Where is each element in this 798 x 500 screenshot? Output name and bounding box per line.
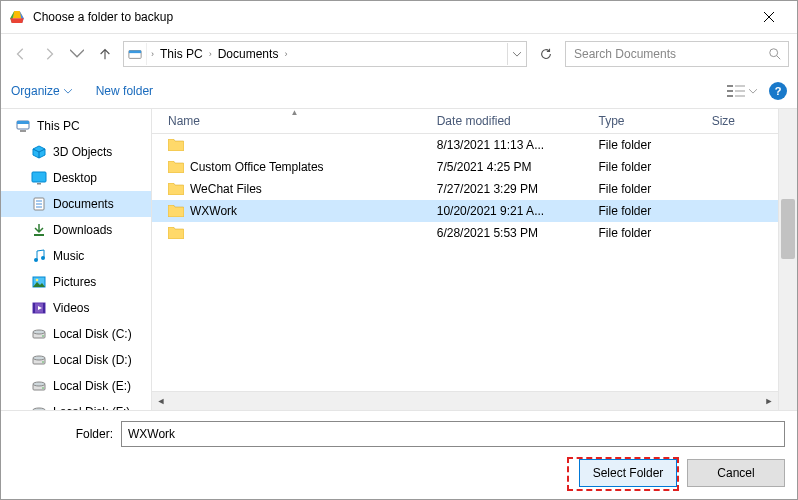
- cell-date: 7/5/2021 4:25 PM: [429, 160, 591, 174]
- tree-item[interactable]: Local Disk (C:): [1, 321, 151, 347]
- cell-date: 8/13/2021 11:13 A...: [429, 138, 591, 152]
- tree-item[interactable]: This PC: [1, 113, 151, 139]
- tree-item[interactable]: Videos: [1, 295, 151, 321]
- disk-icon: [31, 404, 47, 410]
- svg-marker-4: [10, 18, 23, 23]
- svg-line-8: [777, 56, 781, 60]
- folder-icon: [168, 139, 184, 151]
- tree-item-label: Local Disk (F:): [53, 405, 130, 410]
- disk-icon: [31, 326, 47, 342]
- tree-item-label: Local Disk (E:): [53, 379, 131, 393]
- close-button[interactable]: [749, 3, 789, 31]
- search-icon: [768, 47, 782, 61]
- search-input[interactable]: [572, 46, 768, 62]
- cell-type: File folder: [591, 226, 704, 240]
- column-name[interactable]: ▲ Name: [160, 114, 429, 128]
- tree-item[interactable]: Documents: [1, 191, 151, 217]
- search-box[interactable]: [565, 41, 789, 67]
- address-icon: [124, 43, 147, 65]
- tree-item[interactable]: Downloads: [1, 217, 151, 243]
- cell-date: 7/27/2021 3:29 PM: [429, 182, 591, 196]
- svg-point-43: [33, 408, 45, 410]
- new-folder-button[interactable]: New folder: [96, 84, 153, 98]
- file-name: WXWork: [190, 204, 237, 218]
- scroll-thumb[interactable]: [781, 199, 795, 259]
- nav-tree[interactable]: This PC3D ObjectsDesktopDocumentsDownloa…: [1, 109, 152, 410]
- svg-rect-18: [32, 172, 46, 182]
- tree-item-label: Local Disk (C:): [53, 327, 132, 341]
- tree-item-label: This PC: [37, 119, 80, 133]
- body: This PC3D ObjectsDesktopDocumentsDownloa…: [1, 109, 797, 410]
- folder-icon: [168, 183, 184, 195]
- cell-type: File folder: [591, 204, 704, 218]
- back-button[interactable]: [9, 42, 33, 66]
- tree-item-label: Documents: [53, 197, 114, 211]
- tree-item[interactable]: Local Disk (F:): [1, 399, 151, 410]
- folder-input[interactable]: [121, 421, 785, 447]
- tree-item[interactable]: Local Disk (E:): [1, 373, 151, 399]
- column-size[interactable]: Size: [704, 114, 778, 128]
- tree-item[interactable]: Desktop: [1, 165, 151, 191]
- cancel-button[interactable]: Cancel: [687, 459, 785, 487]
- dialog-title: Choose a folder to backup: [33, 10, 749, 24]
- file-row[interactable]: 6/28/2021 5:53 PMFile folder: [152, 222, 778, 244]
- up-button[interactable]: [93, 42, 117, 66]
- chevron-down-icon: [749, 89, 757, 94]
- tree-item[interactable]: 3D Objects: [1, 139, 151, 165]
- pc-icon: [15, 118, 31, 134]
- column-type[interactable]: Type: [591, 114, 704, 128]
- scroll-right-button[interactable]: ►: [760, 392, 778, 410]
- scroll-left-button[interactable]: ◄: [152, 392, 170, 410]
- folder-icon: [168, 205, 184, 217]
- dialog-window: Choose a folder to backup › This PC › Do…: [0, 0, 798, 500]
- svg-rect-13: [735, 90, 745, 92]
- address-dropdown[interactable]: [507, 43, 526, 65]
- tree-item[interactable]: Music: [1, 243, 151, 269]
- address-bar[interactable]: › This PC › Documents ›: [123, 41, 527, 67]
- breadcrumb-folder[interactable]: Documents: [214, 43, 283, 65]
- svg-rect-12: [735, 85, 745, 87]
- horizontal-scrollbar[interactable]: ◄ ►: [152, 391, 778, 410]
- tree-item-label: Local Disk (D:): [53, 353, 132, 367]
- column-header-row: ▲ Name Date modified Type Size: [152, 109, 778, 134]
- select-folder-button[interactable]: Select Folder: [579, 459, 677, 487]
- file-row[interactable]: 8/13/2021 11:13 A...File folder: [152, 134, 778, 156]
- docs-icon: [31, 196, 47, 212]
- 3d-icon: [31, 144, 47, 160]
- tree-item[interactable]: Local Disk (D:): [1, 347, 151, 373]
- svg-point-35: [42, 335, 44, 337]
- svg-rect-31: [33, 303, 35, 313]
- bottom-bar: Folder: Select Folder Cancel: [1, 410, 797, 499]
- forward-button[interactable]: [37, 42, 61, 66]
- svg-rect-10: [727, 90, 733, 92]
- file-row[interactable]: WXWork10/20/2021 9:21 A...File folder: [152, 200, 778, 222]
- cell-name: Custom Office Templates: [160, 160, 429, 174]
- svg-rect-32: [43, 303, 45, 313]
- help-button[interactable]: ?: [769, 82, 787, 100]
- breadcrumb-root[interactable]: This PC: [156, 43, 207, 65]
- column-date[interactable]: Date modified: [429, 114, 591, 128]
- history-dropdown[interactable]: [65, 42, 89, 66]
- file-rows[interactable]: 8/13/2021 11:13 A...File folderCustom Of…: [152, 134, 778, 391]
- svg-point-38: [42, 361, 44, 363]
- tree-item-label: Desktop: [53, 171, 97, 185]
- music-icon: [31, 248, 47, 264]
- nav-arrows: [9, 42, 117, 66]
- cell-type: File folder: [591, 160, 704, 174]
- folder-label: Folder:: [13, 427, 113, 441]
- tree-item-label: Downloads: [53, 223, 112, 237]
- scroll-track[interactable]: [170, 392, 760, 410]
- view-options-button[interactable]: [727, 84, 757, 98]
- file-row[interactable]: Custom Office Templates7/5/2021 4:25 PMF…: [152, 156, 778, 178]
- disk-icon: [31, 378, 47, 394]
- svg-rect-24: [34, 234, 44, 236]
- chevron-right-icon: ›: [282, 49, 289, 59]
- refresh-button[interactable]: [533, 41, 559, 67]
- file-row[interactable]: WeChat Files7/27/2021 3:29 PMFile folder: [152, 178, 778, 200]
- tree-item[interactable]: Pictures: [1, 269, 151, 295]
- vertical-scrollbar[interactable]: [778, 109, 797, 410]
- tree-item-label: 3D Objects: [53, 145, 112, 159]
- tree-item-label: Music: [53, 249, 84, 263]
- navigation-row: › This PC › Documents ›: [1, 34, 797, 74]
- organize-button[interactable]: Organize: [11, 84, 72, 98]
